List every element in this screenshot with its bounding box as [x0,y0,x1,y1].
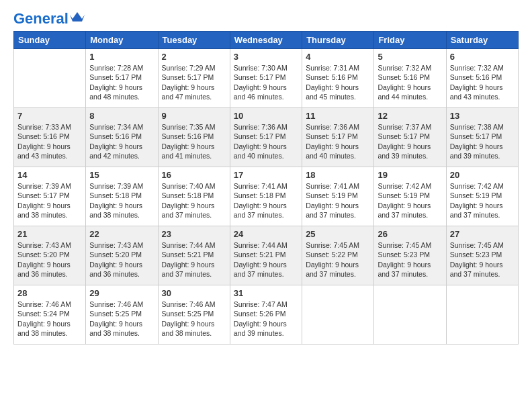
day-number: 18 [306,170,370,180]
calendar-cell [446,285,518,345]
weekday-header-friday: Friday [374,32,446,49]
calendar-cell: 13Sunrise: 7:38 AMSunset: 5:17 PMDayligh… [446,108,518,167]
day-number: 3 [234,52,298,62]
logo-icon [70,12,85,23]
day-number: 1 [89,52,154,62]
day-number: 26 [378,229,442,239]
calendar-cell: 24Sunrise: 7:44 AMSunset: 5:21 PMDayligh… [230,226,302,285]
day-number: 17 [234,170,298,180]
day-info: Sunrise: 7:32 AMSunset: 5:16 PMDaylight:… [378,63,442,101]
day-info: Sunrise: 7:39 AMSunset: 5:17 PMDaylight:… [17,181,82,220]
calendar-cell: 8Sunrise: 7:34 AMSunset: 5:16 PMDaylight… [86,108,158,167]
day-number: 11 [306,111,370,121]
day-number: 7 [17,111,82,121]
header: General [13,11,519,24]
day-number: 24 [234,229,298,239]
calendar-cell: 5Sunrise: 7:32 AMSunset: 5:16 PMDaylight… [374,49,446,108]
day-info: Sunrise: 7:39 AMSunset: 5:18 PMDaylight:… [89,181,154,220]
calendar-cell [302,285,374,345]
day-info: Sunrise: 7:42 AMSunset: 5:19 PMDaylight:… [378,181,442,220]
day-info: Sunrise: 7:43 AMSunset: 5:20 PMDaylight:… [17,240,82,279]
calendar-cell: 31Sunrise: 7:47 AMSunset: 5:26 PMDayligh… [230,285,302,345]
day-number: 19 [378,170,442,180]
calendar-cell: 30Sunrise: 7:46 AMSunset: 5:25 PMDayligh… [158,285,230,345]
day-info: Sunrise: 7:43 AMSunset: 5:20 PMDaylight:… [89,240,154,279]
day-info: Sunrise: 7:36 AMSunset: 5:17 PMDaylight:… [234,122,298,161]
calendar-cell: 28Sunrise: 7:46 AMSunset: 5:24 PMDayligh… [14,285,86,345]
day-info: Sunrise: 7:42 AMSunset: 5:19 PMDaylight:… [450,181,515,220]
calendar-cell: 7Sunrise: 7:33 AMSunset: 5:16 PMDaylight… [14,108,86,167]
day-info: Sunrise: 7:35 AMSunset: 5:16 PMDaylight:… [162,122,226,161]
day-number: 14 [17,170,82,180]
day-info: Sunrise: 7:45 AMSunset: 5:22 PMDaylight:… [306,240,370,279]
calendar-cell: 27Sunrise: 7:45 AMSunset: 5:23 PMDayligh… [446,226,518,285]
calendar-cell: 17Sunrise: 7:41 AMSunset: 5:18 PMDayligh… [230,167,302,226]
svg-marker-0 [70,12,85,21]
calendar-cell: 1Sunrise: 7:28 AMSunset: 5:17 PMDaylight… [86,49,158,108]
day-info: Sunrise: 7:44 AMSunset: 5:21 PMDaylight:… [234,240,298,279]
calendar-cell [14,49,86,108]
calendar-cell [374,285,446,345]
day-number: 9 [162,111,226,121]
calendar-header: SundayMondayTuesdayWednesdayThursdayFrid… [14,32,519,49]
day-info: Sunrise: 7:40 AMSunset: 5:18 PMDaylight:… [162,181,226,220]
day-number: 10 [234,111,298,121]
day-number: 27 [450,229,515,239]
day-info: Sunrise: 7:32 AMSunset: 5:16 PMDaylight:… [450,63,515,101]
calendar-cell: 26Sunrise: 7:45 AMSunset: 5:23 PMDayligh… [374,226,446,285]
calendar-cell: 22Sunrise: 7:43 AMSunset: 5:20 PMDayligh… [86,226,158,285]
calendar-week-5: 28Sunrise: 7:46 AMSunset: 5:24 PMDayligh… [14,285,519,345]
logo: General [13,11,85,24]
weekday-header-sunday: Sunday [14,32,86,49]
day-info: Sunrise: 7:45 AMSunset: 5:23 PMDaylight:… [378,240,442,279]
day-info: Sunrise: 7:46 AMSunset: 5:24 PMDaylight:… [17,300,82,338]
page: General SundayMondayTuesdayWednesdayThur… [0,0,532,411]
day-number: 5 [378,52,442,62]
calendar-cell: 2Sunrise: 7:29 AMSunset: 5:17 PMDaylight… [158,49,230,108]
weekday-header-saturday: Saturday [446,32,518,49]
calendar-cell: 3Sunrise: 7:30 AMSunset: 5:17 PMDaylight… [230,49,302,108]
calendar-cell: 12Sunrise: 7:37 AMSunset: 5:17 PMDayligh… [374,108,446,167]
day-number: 21 [17,229,82,239]
day-number: 6 [450,52,515,62]
calendar-cell: 15Sunrise: 7:39 AMSunset: 5:18 PMDayligh… [86,167,158,226]
logo-text: General [13,11,69,27]
calendar-cell: 19Sunrise: 7:42 AMSunset: 5:19 PMDayligh… [374,167,446,226]
day-number: 22 [89,229,154,239]
day-info: Sunrise: 7:46 AMSunset: 5:25 PMDaylight:… [89,300,154,338]
weekday-row: SundayMondayTuesdayWednesdayThursdayFrid… [14,32,519,49]
calendar-week-4: 21Sunrise: 7:43 AMSunset: 5:20 PMDayligh… [14,226,519,285]
day-info: Sunrise: 7:31 AMSunset: 5:16 PMDaylight:… [306,63,370,101]
calendar-cell: 16Sunrise: 7:40 AMSunset: 5:18 PMDayligh… [158,167,230,226]
day-info: Sunrise: 7:46 AMSunset: 5:25 PMDaylight:… [162,300,226,338]
calendar-cell: 6Sunrise: 7:32 AMSunset: 5:16 PMDaylight… [446,49,518,108]
day-number: 8 [89,111,154,121]
day-info: Sunrise: 7:45 AMSunset: 5:23 PMDaylight:… [450,240,515,279]
calendar-cell: 10Sunrise: 7:36 AMSunset: 5:17 PMDayligh… [230,108,302,167]
calendar-cell: 14Sunrise: 7:39 AMSunset: 5:17 PMDayligh… [14,167,86,226]
weekday-header-tuesday: Tuesday [158,32,230,49]
calendar-table: SundayMondayTuesdayWednesdayThursdayFrid… [13,31,519,345]
day-info: Sunrise: 7:44 AMSunset: 5:21 PMDaylight:… [162,240,226,279]
calendar-cell: 21Sunrise: 7:43 AMSunset: 5:20 PMDayligh… [14,226,86,285]
day-number: 28 [17,288,82,298]
calendar-body: 1Sunrise: 7:28 AMSunset: 5:17 PMDaylight… [14,49,519,345]
day-number: 2 [162,52,226,62]
day-info: Sunrise: 7:36 AMSunset: 5:17 PMDaylight:… [306,122,370,161]
weekday-header-monday: Monday [86,32,158,49]
day-info: Sunrise: 7:41 AMSunset: 5:19 PMDaylight:… [306,181,370,220]
day-info: Sunrise: 7:37 AMSunset: 5:17 PMDaylight:… [378,122,442,161]
day-number: 31 [234,288,298,298]
calendar-cell: 18Sunrise: 7:41 AMSunset: 5:19 PMDayligh… [302,167,374,226]
day-info: Sunrise: 7:38 AMSunset: 5:17 PMDaylight:… [450,122,515,161]
day-info: Sunrise: 7:29 AMSunset: 5:17 PMDaylight:… [162,63,226,101]
day-info: Sunrise: 7:47 AMSunset: 5:26 PMDaylight:… [234,300,298,338]
day-number: 16 [162,170,226,180]
day-number: 25 [306,229,370,239]
day-info: Sunrise: 7:33 AMSunset: 5:16 PMDaylight:… [17,122,82,161]
day-info: Sunrise: 7:34 AMSunset: 5:16 PMDaylight:… [89,122,154,161]
day-number: 4 [306,52,370,62]
day-number: 29 [89,288,154,298]
day-info: Sunrise: 7:28 AMSunset: 5:17 PMDaylight:… [89,63,154,101]
day-number: 30 [162,288,226,298]
